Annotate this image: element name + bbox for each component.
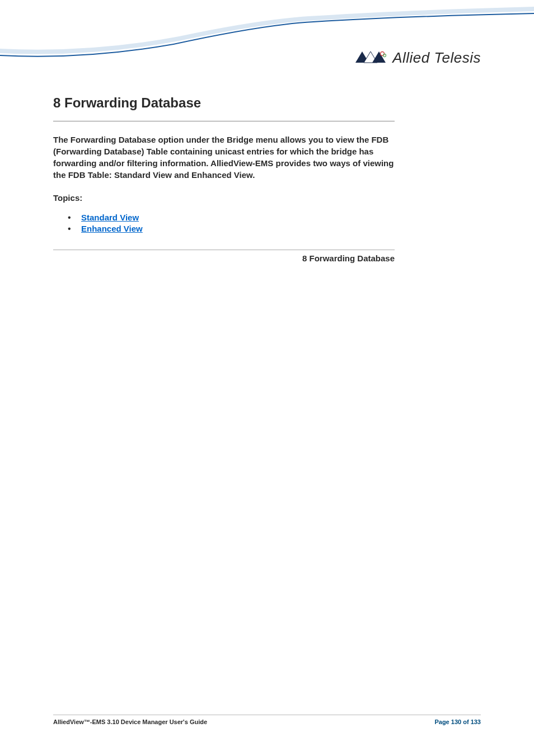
content-area: 8 Forwarding Database The Forwarding Dat… [0, 64, 534, 264]
list-item: Enhanced View [81, 224, 481, 234]
page-footer: AlliedView™-EMS 3.10 Device Manager User… [53, 715, 481, 725]
section-breadcrumb: 8 Forwarding Database [53, 250, 395, 264]
page-header: Allied Telesis [0, 0, 534, 64]
footer-page-info: Page 130 of 133 [434, 719, 481, 725]
footer-guide-name: AlliedView™-EMS 3.10 Device Manager User… [53, 719, 207, 725]
section-intro: The Forwarding Database option under the… [53, 134, 400, 181]
topics-list: Standard View Enhanced View [53, 213, 481, 234]
topic-link-enhanced-view[interactable]: Enhanced View [81, 224, 143, 233]
section-divider [53, 121, 395, 121]
section-title: 8 Forwarding Database [53, 95, 481, 111]
brand-container: Allied Telesis [354, 49, 481, 64]
brand-name: Allied Telesis [392, 49, 481, 64]
list-item: Standard View [81, 213, 481, 223]
svg-marker-2 [372, 51, 386, 63]
topic-link-standard-view[interactable]: Standard View [81, 213, 139, 222]
svg-point-3 [381, 51, 385, 55]
footer-row: AlliedView™-EMS 3.10 Device Manager User… [53, 719, 481, 725]
section-breadcrumb-text: 8 Forwarding Database [302, 253, 395, 263]
topics-label: Topics: [53, 193, 481, 203]
footer-divider [53, 715, 481, 715]
brand-logo-icon [354, 50, 388, 65]
